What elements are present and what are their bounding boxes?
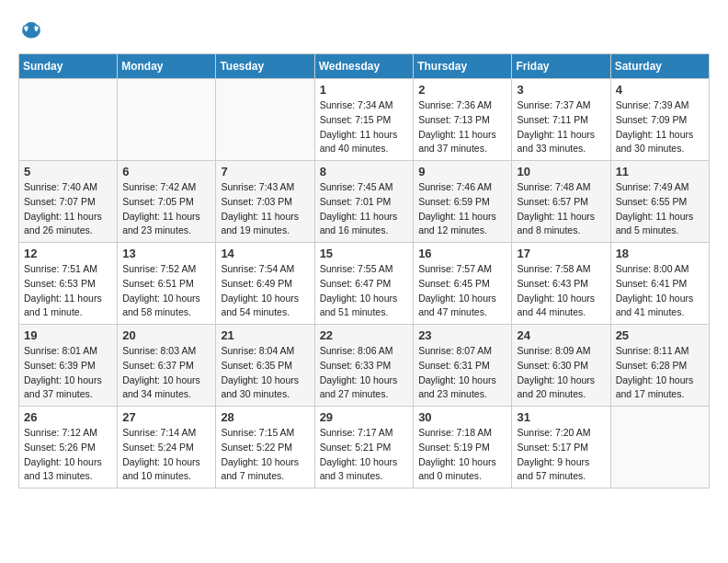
day-info: Sunrise: 8:09 AM Sunset: 6:30 PM Dayligh…: [517, 344, 605, 402]
day-info: Sunrise: 7:18 AM Sunset: 5:19 PM Dayligh…: [418, 426, 506, 484]
calendar-cell: [610, 407, 709, 488]
calendar-cell: 3Sunrise: 7:37 AM Sunset: 7:11 PM Daylig…: [512, 79, 610, 161]
day-number: 29: [320, 410, 409, 424]
calendar-cell: 6Sunrise: 7:42 AM Sunset: 7:05 PM Daylig…: [118, 161, 216, 243]
header-monday: Monday: [118, 54, 216, 79]
day-info: Sunrise: 7:51 AM Sunset: 6:53 PM Dayligh…: [24, 262, 112, 320]
calendar-cell: 9Sunrise: 7:46 AM Sunset: 6:59 PM Daylig…: [414, 161, 512, 243]
day-info: Sunrise: 7:36 AM Sunset: 7:13 PM Dayligh…: [418, 98, 506, 156]
calendar-cell: 15Sunrise: 7:55 AM Sunset: 6:47 PM Dayli…: [314, 243, 414, 325]
calendar-cell: 14Sunrise: 7:54 AM Sunset: 6:49 PM Dayli…: [216, 243, 314, 325]
calendar-cell: 26Sunrise: 7:12 AM Sunset: 5:26 PM Dayli…: [19, 407, 118, 488]
day-number: 23: [418, 328, 506, 342]
page-header: [18, 18, 710, 44]
calendar-cell: 27Sunrise: 7:14 AM Sunset: 5:24 PM Dayli…: [118, 407, 216, 488]
day-info: Sunrise: 7:42 AM Sunset: 7:05 PM Dayligh…: [122, 180, 210, 238]
day-info: Sunrise: 7:34 AM Sunset: 7:15 PM Dayligh…: [320, 98, 409, 156]
day-number: 9: [418, 165, 506, 178]
day-info: Sunrise: 7:48 AM Sunset: 6:57 PM Dayligh…: [517, 180, 605, 238]
logo-icon: [20, 18, 42, 40]
day-info: Sunrise: 8:11 AM Sunset: 6:28 PM Dayligh…: [616, 344, 704, 402]
calendar-cell: [216, 79, 314, 161]
calendar-cell: 23Sunrise: 8:07 AM Sunset: 6:31 PM Dayli…: [414, 325, 512, 407]
day-info: Sunrise: 8:00 AM Sunset: 6:41 PM Dayligh…: [616, 262, 704, 320]
day-info: Sunrise: 7:46 AM Sunset: 6:59 PM Dayligh…: [418, 180, 506, 238]
calendar-cell: 30Sunrise: 7:18 AM Sunset: 5:19 PM Dayli…: [414, 407, 512, 488]
day-info: Sunrise: 7:55 AM Sunset: 6:47 PM Dayligh…: [320, 262, 409, 320]
calendar-cell: 1Sunrise: 7:34 AM Sunset: 7:15 PM Daylig…: [314, 79, 414, 161]
calendar-cell: 11Sunrise: 7:49 AM Sunset: 6:55 PM Dayli…: [610, 161, 709, 243]
calendar-cell: 4Sunrise: 7:39 AM Sunset: 7:09 PM Daylig…: [610, 79, 709, 161]
calendar-cell: 29Sunrise: 7:17 AM Sunset: 5:21 PM Dayli…: [314, 407, 414, 488]
day-number: 3: [517, 83, 605, 97]
day-info: Sunrise: 7:40 AM Sunset: 7:07 PM Dayligh…: [24, 180, 112, 238]
calendar-cell: 20Sunrise: 8:03 AM Sunset: 6:37 PM Dayli…: [118, 325, 216, 407]
day-number: 2: [418, 83, 506, 97]
day-header-row: SundayMondayTuesdayWednesdayThursdayFrid…: [19, 54, 710, 79]
calendar-cell: 13Sunrise: 7:52 AM Sunset: 6:51 PM Dayli…: [118, 243, 216, 325]
calendar-cell: 10Sunrise: 7:48 AM Sunset: 6:57 PM Dayli…: [512, 161, 610, 243]
day-number: 18: [616, 247, 704, 260]
day-info: Sunrise: 7:54 AM Sunset: 6:49 PM Dayligh…: [221, 262, 309, 320]
calendar-cell: 7Sunrise: 7:43 AM Sunset: 7:03 PM Daylig…: [216, 161, 314, 243]
day-number: 16: [418, 247, 506, 260]
week-row-5: 26Sunrise: 7:12 AM Sunset: 5:26 PM Dayli…: [19, 407, 710, 488]
day-info: Sunrise: 8:07 AM Sunset: 6:31 PM Dayligh…: [418, 344, 506, 402]
day-number: 5: [24, 165, 112, 178]
day-number: 22: [320, 328, 409, 342]
day-info: Sunrise: 8:03 AM Sunset: 6:37 PM Dayligh…: [122, 344, 210, 402]
day-number: 31: [517, 410, 605, 424]
day-info: Sunrise: 8:04 AM Sunset: 6:35 PM Dayligh…: [221, 344, 309, 402]
day-info: Sunrise: 7:12 AM Sunset: 5:26 PM Dayligh…: [24, 426, 112, 484]
calendar-cell: 2Sunrise: 7:36 AM Sunset: 7:13 PM Daylig…: [414, 79, 512, 161]
calendar-cell: [118, 79, 216, 161]
day-number: 6: [122, 165, 210, 178]
day-info: Sunrise: 7:39 AM Sunset: 7:09 PM Dayligh…: [616, 98, 704, 156]
day-info: Sunrise: 7:57 AM Sunset: 6:45 PM Dayligh…: [418, 262, 506, 320]
header-thursday: Thursday: [414, 54, 512, 79]
calendar-table: SundayMondayTuesdayWednesdayThursdayFrid…: [18, 53, 710, 488]
calendar-cell: 17Sunrise: 7:58 AM Sunset: 6:43 PM Dayli…: [512, 243, 610, 325]
day-number: 27: [122, 410, 210, 424]
day-info: Sunrise: 7:45 AM Sunset: 7:01 PM Dayligh…: [320, 180, 409, 238]
calendar-cell: 25Sunrise: 8:11 AM Sunset: 6:28 PM Dayli…: [610, 325, 709, 407]
calendar-cell: 18Sunrise: 8:00 AM Sunset: 6:41 PM Dayli…: [610, 243, 709, 325]
day-number: 1: [320, 83, 409, 97]
day-number: 8: [320, 165, 409, 178]
header-friday: Friday: [512, 54, 610, 79]
day-number: 20: [122, 328, 210, 342]
day-number: 11: [616, 165, 704, 178]
day-number: 14: [221, 247, 309, 260]
day-info: Sunrise: 7:52 AM Sunset: 6:51 PM Dayligh…: [122, 262, 210, 320]
day-info: Sunrise: 7:37 AM Sunset: 7:11 PM Dayligh…: [517, 98, 605, 156]
week-row-4: 19Sunrise: 8:01 AM Sunset: 6:39 PM Dayli…: [19, 325, 710, 407]
day-number: 4: [616, 83, 704, 97]
day-number: 12: [24, 247, 112, 260]
calendar-cell: 24Sunrise: 8:09 AM Sunset: 6:30 PM Dayli…: [512, 325, 610, 407]
calendar-cell: 31Sunrise: 7:20 AM Sunset: 5:17 PM Dayli…: [512, 407, 610, 488]
header-saturday: Saturday: [610, 54, 709, 79]
day-info: Sunrise: 7:20 AM Sunset: 5:17 PM Dayligh…: [517, 426, 605, 484]
header-tuesday: Tuesday: [216, 54, 314, 79]
day-number: 28: [221, 410, 309, 424]
calendar-cell: 8Sunrise: 7:45 AM Sunset: 7:01 PM Daylig…: [314, 161, 414, 243]
day-number: 15: [320, 247, 409, 260]
day-number: 10: [517, 165, 605, 178]
day-number: 19: [24, 328, 112, 342]
day-info: Sunrise: 8:06 AM Sunset: 6:33 PM Dayligh…: [320, 344, 409, 402]
day-info: Sunrise: 7:58 AM Sunset: 6:43 PM Dayligh…: [517, 262, 605, 320]
day-number: 25: [616, 328, 704, 342]
day-info: Sunrise: 7:43 AM Sunset: 7:03 PM Dayligh…: [221, 180, 309, 238]
calendar-cell: [19, 79, 118, 161]
day-number: 26: [24, 410, 112, 424]
day-number: 21: [221, 328, 309, 342]
header-wednesday: Wednesday: [314, 54, 414, 79]
calendar-cell: 19Sunrise: 8:01 AM Sunset: 6:39 PM Dayli…: [19, 325, 118, 407]
week-row-3: 12Sunrise: 7:51 AM Sunset: 6:53 PM Dayli…: [19, 243, 710, 325]
day-info: Sunrise: 7:14 AM Sunset: 5:24 PM Dayligh…: [122, 426, 210, 484]
day-info: Sunrise: 7:17 AM Sunset: 5:21 PM Dayligh…: [320, 426, 409, 484]
week-row-1: 1Sunrise: 7:34 AM Sunset: 7:15 PM Daylig…: [19, 79, 710, 161]
day-number: 17: [517, 247, 605, 260]
day-number: 7: [221, 165, 309, 178]
day-number: 30: [418, 410, 506, 424]
